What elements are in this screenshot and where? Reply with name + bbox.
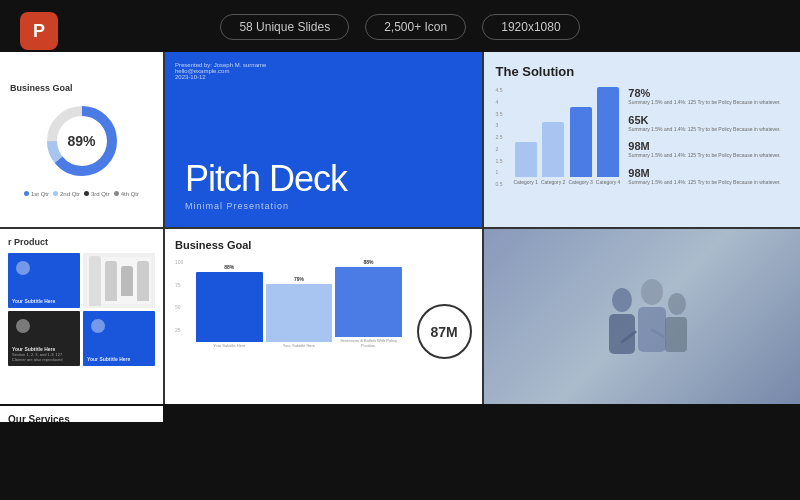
- bar-wrap-4: Category 4: [596, 87, 620, 185]
- badge-resolution: 1920x1080: [482, 14, 579, 40]
- legend-item-3: 3rd Qtr: [84, 191, 110, 197]
- legend-item-1: 1st Qtr: [24, 191, 49, 197]
- donut-chart: 89%: [42, 101, 122, 181]
- y-axis: 4.5 4 3.5 3 2.5 2 1.5 1 0.5: [496, 87, 506, 187]
- people-silhouette-svg: [587, 262, 697, 372]
- bottle-3: [121, 266, 133, 296]
- slide-solution: The Solution 4.5 4 3.5 3 2.5 2 1.5 1 0.5…: [484, 52, 801, 227]
- biz-bar-2: 79% Your Subtitle Here: [266, 276, 333, 349]
- bottle-4: [137, 261, 149, 301]
- solution-content: 4.5 4 3.5 3 2.5 2 1.5 1 0.5 Category 1 C…: [496, 87, 789, 187]
- slide-business-goal-bars: Business Goal 100 75 50 25 88% Your Subt…: [165, 229, 482, 404]
- bar-wrap-3: Category 3: [568, 107, 592, 185]
- powerpoint-icon: P: [20, 12, 58, 50]
- bar-wrap-2: Category 2: [541, 122, 565, 185]
- product-mini-1: Your Subtitle Here: [8, 253, 80, 308]
- biz-chart-area: 100 75 50 25 88% Your Subtitle Here 79% …: [175, 259, 472, 369]
- legend-item-4: 4th Qtr: [114, 191, 139, 197]
- stat-3: 98M Summary 1.5% and 1.4%: 125 Try to be…: [628, 140, 788, 159]
- product-slides-grid: Your Subtitle Here Your Subtitle Here Se…: [8, 253, 155, 366]
- biz-big-number: 87M: [417, 304, 472, 359]
- photo-placeholder: [484, 229, 801, 404]
- bottle-scene: [87, 257, 151, 304]
- our-services-title: Our Services: [8, 414, 155, 422]
- svg-point-3: [612, 288, 632, 312]
- stat-2: 65K Summary 1.5% and 1.4%: 125 Try to be…: [628, 114, 788, 133]
- solution-stats: 78% Summary 1.5% and 1.4%: 125 Try to be…: [628, 87, 788, 187]
- donut-label: 89%: [67, 133, 95, 149]
- slide-grid: Business Goal 89% 1st Qtr 2nd Qtr 3rd Qt…: [0, 52, 800, 404]
- biz-y-axis: 100 75 50 25: [175, 259, 190, 349]
- biz-goal-title: Business Goal: [175, 239, 472, 251]
- mini-icon-1: [16, 261, 30, 275]
- slide-pitch-deck: Presented by: Joseph M. surname hello@ex…: [165, 52, 482, 227]
- product-mini-4: Your Subtitle Here: [83, 311, 155, 366]
- svg-point-7: [668, 293, 686, 315]
- biz-bar-3: 88% Sentences & Bullets With Policy Posi…: [335, 259, 402, 349]
- stat-4: 98M Summary 1.5% and 1.4%: 125 Try to be…: [628, 167, 788, 186]
- business-goal-title: Business Goal: [10, 83, 73, 93]
- badge-icons: 2,500+ Icon: [365, 14, 466, 40]
- our-product-title: r Product: [8, 237, 155, 247]
- slide-photo: [484, 229, 801, 404]
- bar-wrap-1: Category 1: [513, 142, 537, 185]
- bar-1: [515, 142, 537, 177]
- slide-our-product: r Product Your Subtitle Here Your Subtit…: [0, 229, 163, 404]
- presenter-date: 2023-10-12: [175, 74, 266, 80]
- pitch-deck-title: Pitch Deck: [185, 161, 462, 197]
- slide-our-services: Our Services: [0, 406, 163, 422]
- bar-2: [542, 122, 564, 177]
- badge-slides: 58 Unique Slides: [220, 14, 349, 40]
- legend-item-2: 2nd Qtr: [53, 191, 80, 197]
- top-bar: P 58 Unique Slides 2,500+ Icon 1920x1080: [0, 0, 800, 52]
- legend: 1st Qtr 2nd Qtr 3rd Qtr 4th Qtr: [24, 191, 139, 197]
- presenter-info: Presented by: Joseph M. surname hello@ex…: [175, 62, 266, 80]
- svg-point-5: [641, 279, 663, 305]
- solution-bar-chart: Category 1 Category 2 Category 3 Categor…: [513, 87, 620, 187]
- solution-title: The Solution: [496, 64, 789, 79]
- biz-bar-1: 88% Your Subtitle Here: [196, 264, 263, 349]
- svg-rect-8: [665, 317, 687, 352]
- product-mini-2: [83, 253, 155, 308]
- mini-icon-4: [91, 319, 105, 333]
- stat-1: 78% Summary 1.5% and 1.4%: 125 Try to be…: [628, 87, 788, 106]
- bar-3: [570, 107, 592, 177]
- bar-4: [597, 87, 619, 177]
- bottle-1: [89, 256, 101, 306]
- mini-icon-3: [16, 319, 30, 333]
- product-mini-3: Your Subtitle Here Section 1, 2, 3, and …: [8, 311, 80, 366]
- bottle-2: [105, 261, 117, 301]
- slide-business-goal-donut: Business Goal 89% 1st Qtr 2nd Qtr 3rd Qt…: [0, 52, 163, 227]
- pitch-deck-subtitle: Minimal Presentation: [185, 201, 462, 211]
